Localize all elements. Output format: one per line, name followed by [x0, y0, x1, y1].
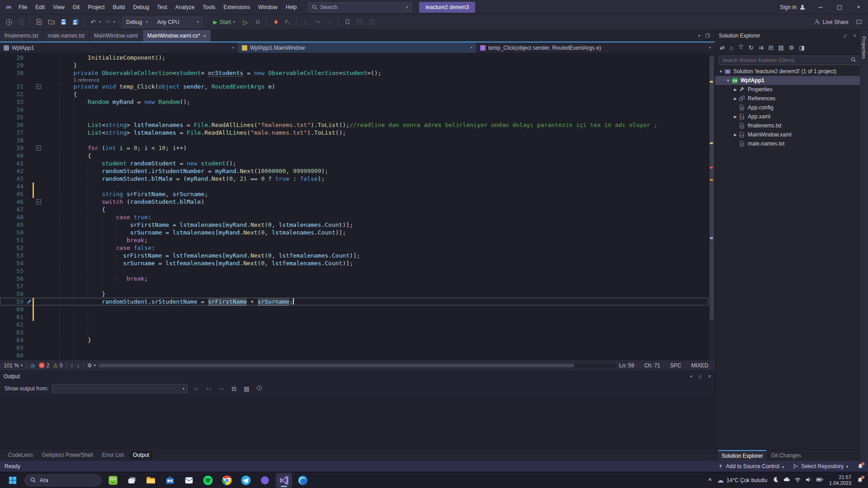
active-files-dropdown-icon[interactable]: ▾: [698, 33, 700, 38]
code-line[interactable]: 53srFirstName = lstfemalenames[myRand.Ne…: [0, 252, 708, 259]
start-debugging-button[interactable]: ▶ Start ▾: [209, 17, 239, 28]
tree-item-solution--leacture2-denem3---1[interactable]: ▼Solution 'leacture2 denem3' (1 of 1 pro…: [715, 67, 860, 76]
code-line[interactable]: 66: [0, 352, 708, 359]
menu-tools[interactable]: Tools: [198, 0, 219, 14]
spotify-icon[interactable]: [200, 473, 216, 488]
code-line[interactable]: 63: [0, 328, 708, 336]
bookmark-icon[interactable]: [342, 17, 353, 28]
scrollbar-thumb[interactable]: [710, 56, 714, 320]
tree-item-app-config[interactable]: App.config: [715, 103, 860, 112]
tree-item-mainwindow-xaml[interactable]: ▶<>MainWindow.xaml: [715, 130, 860, 139]
close-button[interactable]: ×: [849, 0, 868, 14]
output-source-dropdown[interactable]: ▾: [52, 384, 188, 393]
code-area[interactable]: 28InitializeComponent();29}30private Obs…: [0, 53, 708, 360]
docking-icon[interactable]: [366, 17, 377, 28]
switch-views-icon[interactable]: ⇄: [720, 44, 725, 51]
chevron-collapsed-icon[interactable]: ▶: [732, 115, 738, 119]
maximize-button[interactable]: ▢: [830, 0, 849, 14]
horizontal-scrollbar[interactable]: [99, 363, 615, 368]
menu-test[interactable]: Test: [153, 0, 171, 14]
properties-tool-tab[interactable]: Properties: [860, 33, 868, 61]
code-line[interactable]: 43randomStudent.blMale = (myRand.Next(0,…: [0, 175, 708, 183]
tree-item-fmalenems-txt[interactable]: fmalenems.txt: [715, 121, 860, 130]
code-line[interactable]: 62: [0, 321, 708, 328]
undo-icon[interactable]: ↶: [88, 17, 99, 28]
chevron-collapsed-icon[interactable]: ▶: [732, 97, 738, 101]
line-ending-indicator[interactable]: MIXED: [691, 362, 708, 369]
menu-debug[interactable]: Debug: [129, 0, 153, 14]
menu-edit[interactable]: Edit: [31, 0, 49, 14]
codelens-references[interactable]: 1 reference: [74, 78, 99, 83]
taskbar-clock[interactable]: 21:57 1.04.2023: [829, 474, 851, 486]
collapse-region-icon[interactable]: −: [36, 145, 41, 150]
float-window-icon[interactable]: [705, 33, 710, 38]
select-repository-button[interactable]: Select Repository ▾: [793, 463, 848, 469]
doc-tab-mainwindow-xaml-cs-[interactable]: MainWindow.xaml.cs*×: [143, 30, 211, 42]
collapse-region-icon[interactable]: −: [36, 199, 41, 204]
feedback-icon[interactable]: [854, 17, 864, 28]
health-indicator-icon[interactable]: ◎: [30, 362, 35, 369]
goto-prev-message-icon[interactable]: ↤: [204, 385, 213, 392]
clear-all-icon[interactable]: ⊟: [229, 385, 238, 392]
menu-help[interactable]: Help: [282, 0, 301, 14]
new-project-icon[interactable]: [33, 17, 44, 28]
code-line[interactable]: 61: [0, 313, 708, 321]
se-tab-git-changes[interactable]: Git Changes: [767, 450, 805, 460]
code-line[interactable]: 29}: [0, 61, 708, 69]
open-file-icon[interactable]: [46, 17, 57, 28]
sync-with-active-document-icon[interactable]: ⇉: [759, 44, 764, 51]
panel-tab-output[interactable]: Output: [129, 450, 153, 460]
tree-item-wpfapp1[interactable]: ▼C#WpfApp1: [715, 76, 860, 85]
notification-center-icon[interactable]: [857, 477, 863, 483]
refresh-icon[interactable]: ↻: [749, 44, 754, 51]
line-indicator[interactable]: Ln: 59: [619, 362, 634, 369]
code-line[interactable]: 37List<string> lstmalenames = File.ReadA…: [0, 129, 708, 136]
hidden-icons-chevron[interactable]: ^: [708, 477, 712, 483]
onedrive-icon[interactable]: [783, 476, 790, 484]
column-indicator[interactable]: Ch: 71: [644, 362, 660, 369]
purple-app-icon[interactable]: [257, 473, 273, 488]
tree-item-male-names-txt[interactable]: male.names.txt: [715, 139, 860, 148]
breadcrumb-project[interactable]: WpfApp1▾: [0, 42, 238, 53]
tree-item-properties[interactable]: ▶Properties: [715, 85, 860, 94]
solution-platforms-dropdown[interactable]: Any CPU▾: [153, 17, 203, 28]
find-message-icon[interactable]: ≔: [191, 385, 200, 392]
warning-count[interactable]: ⚠ 0: [53, 362, 62, 369]
frog-app-icon[interactable]: [105, 473, 121, 488]
save-all-icon[interactable]: [70, 17, 81, 28]
tree-item-app-xaml[interactable]: ▶<>App.xaml: [715, 112, 860, 121]
code-line[interactable]: 32{: [0, 90, 708, 98]
close-tab-icon[interactable]: ×: [203, 33, 206, 38]
pause-icon[interactable]: [252, 17, 263, 28]
code-line[interactable]: 58}: [0, 290, 708, 298]
word-wrap-icon[interactable]: ▤: [242, 385, 251, 392]
show-all-files-icon[interactable]: ▤: [778, 44, 783, 51]
code-line[interactable]: 42randomStudent.irStudentNumber = myRand…: [0, 167, 708, 175]
telegram-icon[interactable]: [238, 473, 254, 488]
code-line[interactable]: 41student randomStudent = new student();: [0, 160, 708, 167]
code-line[interactable]: 38: [0, 136, 708, 144]
code-line[interactable]: 60: [0, 305, 708, 313]
step-out-icon[interactable]: ↑: [324, 17, 335, 28]
chrome-icon[interactable]: [219, 473, 235, 488]
code-line[interactable]: 48case true:: [0, 213, 708, 221]
close-icon[interactable]: ×: [853, 33, 856, 39]
code-cleanup-button[interactable]: ⚙▾: [87, 362, 96, 369]
mail-app-icon[interactable]: [181, 473, 197, 488]
solution-configurations-dropdown[interactable]: Debug▾: [122, 17, 151, 28]
chevron-collapsed-icon[interactable]: ▶: [732, 133, 738, 137]
code-line[interactable]: 28InitializeComponent();: [0, 54, 708, 61]
navigate-back-icon[interactable]: [4, 17, 14, 28]
panel-tab-codelens[interactable]: CodeLens: [5, 450, 37, 460]
next-issue-icon[interactable]: ↓: [77, 362, 80, 369]
file-explorer-icon[interactable]: [143, 473, 159, 488]
menu-file[interactable]: File: [14, 0, 31, 14]
battery-icon[interactable]: [816, 476, 824, 485]
code-line[interactable]: 51break;: [0, 236, 708, 244]
notifications-bell-icon[interactable]: [857, 463, 863, 469]
code-line[interactable]: 34: [0, 106, 708, 113]
global-search-box[interactable]: Search ▾: [308, 2, 412, 12]
zoom-dropdown[interactable]: 101 % ▾: [4, 362, 23, 369]
menu-view[interactable]: View: [49, 0, 69, 14]
undo-dropdown-icon[interactable]: ▾: [99, 20, 101, 24]
